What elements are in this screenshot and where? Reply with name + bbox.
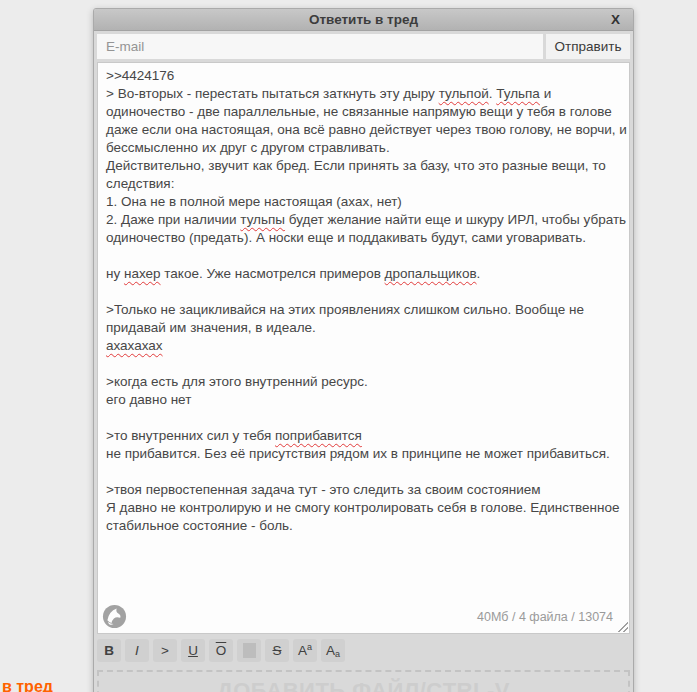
reply-textarea[interactable]: >>4424176 > Во-вторых - перестать пытать… — [98, 63, 629, 603]
format-underline-label: U — [188, 643, 198, 658]
format-superscript-affix: a — [307, 643, 312, 652]
format-bold-button[interactable]: B — [97, 639, 121, 662]
format-superscript-label: A — [298, 643, 307, 658]
format-superscript-button[interactable]: Aa — [293, 639, 317, 662]
format-quote-button[interactable]: > — [153, 639, 177, 662]
spoiler-block-icon — [243, 643, 256, 658]
dialog-title: Ответить в тред — [94, 9, 633, 31]
close-icon[interactable]: X — [611, 9, 620, 31]
format-subscript-affix: a — [335, 650, 340, 659]
format-spoiler-button[interactable] — [237, 639, 261, 662]
format-toolbar: BI>UOSAaAa — [97, 639, 633, 662]
format-bold-label: B — [104, 643, 114, 658]
add-file-label: ДОБАВИТЬ ФАЙЛ/CTRL-V — [217, 678, 510, 692]
board-logo-icon — [102, 604, 127, 629]
resize-grip-icon[interactable] — [617, 621, 628, 632]
format-underline-button[interactable]: U — [181, 639, 205, 662]
upload-limits: 40Мб / 4 файла / 13074 — [477, 610, 613, 624]
email-field[interactable] — [97, 34, 543, 59]
submit-button[interactable]: Отправить — [546, 34, 630, 59]
compose-box: >>4424176 > Во-вторых - перестать пытать… — [97, 62, 630, 634]
dialog-drag-handle[interactable]: Ответить в тред X — [94, 9, 633, 31]
format-subscript-button[interactable]: Aa — [321, 639, 345, 662]
reply-link-background[interactable]: в тред — [2, 678, 53, 692]
format-subscript-label: A — [326, 643, 335, 658]
email-row: Отправить — [97, 34, 630, 59]
format-italic-button[interactable]: I — [125, 639, 149, 662]
format-overline-label: O — [216, 643, 227, 658]
compose-footer: 40Мб / 4 файла / 13074 — [98, 603, 629, 633]
reply-dialog: Ответить в тред X Отправить >>4424176 > … — [93, 8, 634, 692]
page-background: { "window": { "title": "Ответить в тред"… — [0, 0, 697, 692]
format-overline-button[interactable]: O — [209, 639, 233, 662]
format-strike-label: S — [272, 643, 281, 658]
format-quote-label: > — [161, 643, 169, 658]
format-strike-button[interactable]: S — [265, 639, 289, 662]
add-file-dropzone[interactable]: ДОБАВИТЬ ФАЙЛ/CTRL-V — [97, 670, 630, 692]
format-italic-label: I — [135, 643, 139, 658]
